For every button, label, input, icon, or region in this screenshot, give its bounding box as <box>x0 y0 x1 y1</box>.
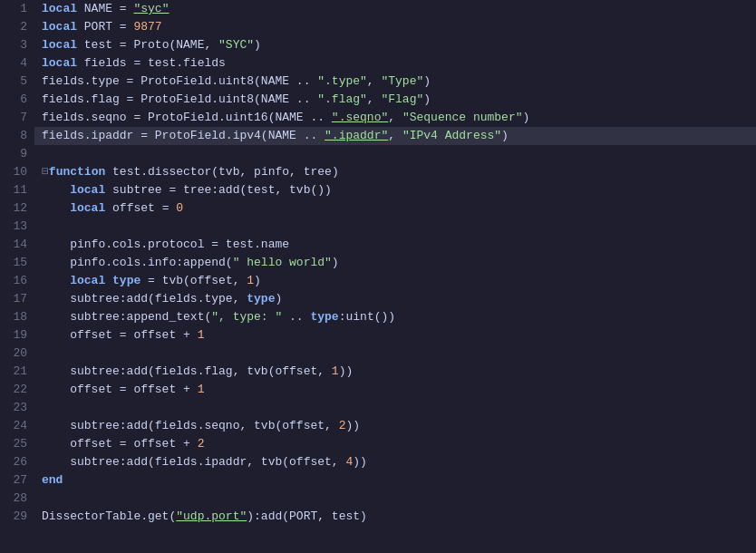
token-str: "SYC" <box>218 38 254 52</box>
token-num: 9877 <box>133 20 161 34</box>
line-number: 24 <box>0 417 27 435</box>
token-kw: local <box>70 274 105 287</box>
line-number: 4 <box>0 54 27 73</box>
token-var: ) <box>523 111 530 124</box>
line-number: 26 <box>0 453 27 471</box>
token-type-kw: type <box>112 274 141 287</box>
token-kw: function <box>49 165 105 179</box>
token-num: 1 <box>198 383 205 396</box>
token-var: subtree:add(fields.type, <box>42 292 247 306</box>
line-number: 14 <box>0 236 27 254</box>
line-number: 2 <box>0 18 27 36</box>
code-line <box>34 218 756 236</box>
code-line: offset = offset + 1 <box>34 381 756 399</box>
token-var: ) <box>254 38 261 52</box>
token-var: pinfo.cols.protocol = test.name <box>42 238 289 251</box>
line-number: 7 <box>0 109 27 127</box>
token-var: , <box>388 111 402 124</box>
line-number: 19 <box>0 326 27 344</box>
token-var: ) <box>332 256 339 269</box>
token-var: NAME = <box>77 2 133 15</box>
code-line: local PORT = 9877 <box>34 18 756 36</box>
token-var: , <box>388 129 402 142</box>
token-kw: local <box>70 183 105 197</box>
token-var: )) <box>353 455 367 469</box>
token-var: ) <box>423 92 431 106</box>
line-number: 21 <box>0 363 27 381</box>
code-line: local subtree = tree:add(test, tvb()) <box>34 181 756 199</box>
code-line: pinfo.cols.info:append(" hello world") <box>34 254 756 272</box>
line-number: 17 <box>0 290 27 308</box>
line-number: 9 <box>0 145 27 163</box>
line-number: 8 <box>0 127 27 145</box>
token-kw: local <box>42 20 77 34</box>
code-line <box>34 490 756 508</box>
line-number: 18 <box>0 308 27 326</box>
token-var: .. <box>282 310 310 324</box>
token-num: 1 <box>198 328 205 342</box>
token-type-kw: type <box>247 292 275 306</box>
token-var: offset = offset + <box>42 383 198 396</box>
token-var <box>42 183 70 197</box>
token-var: ) <box>501 129 509 142</box>
token-num: 0 <box>176 201 183 215</box>
token-str: " hello world" <box>233 256 332 269</box>
code-line: fields.flag = ProtoField.uint8(NAME .. "… <box>34 91 756 109</box>
code-content[interactable]: local NAME = "syc"local PORT = 9877local… <box>34 0 756 553</box>
token-num: 2 <box>198 437 205 451</box>
token-str: "Sequence number" <box>402 111 523 124</box>
token-var: fields.ipaddr = ProtoField.ipv4(NAME .. <box>42 129 325 142</box>
token-str: ".flag" <box>317 92 367 106</box>
token-var: fields.flag = ProtoField.uint8(NAME .. <box>42 92 317 106</box>
code-line <box>34 145 756 163</box>
token-kw: local <box>42 38 77 52</box>
token-var: :uint()) <box>339 310 395 324</box>
code-line: subtree:add(fields.ipaddr, tvb(offset, 4… <box>34 453 756 471</box>
line-number: 28 <box>0 490 27 508</box>
token-var: ) <box>423 74 431 88</box>
token-str-underline: "syc" <box>133 2 169 15</box>
token-num: 1 <box>332 364 339 378</box>
code-line <box>34 399 756 417</box>
line-number: 22 <box>0 381 27 399</box>
line-number: 16 <box>0 272 27 290</box>
line-number: 25 <box>0 435 27 453</box>
line-number: 27 <box>0 471 27 490</box>
token-kw: local <box>70 201 105 215</box>
line-number: 5 <box>0 73 27 91</box>
line-number: 15 <box>0 254 27 272</box>
token-str: "Type" <box>381 74 423 88</box>
token-var: = tvb(offset, <box>141 274 247 287</box>
token-var: pinfo.cols.info:append( <box>42 256 233 269</box>
code-line: subtree:append_text(", type: " .. type:u… <box>34 308 756 326</box>
token-var: offset = offset + <box>42 328 198 342</box>
token-str-underline: "udp.port" <box>176 509 247 523</box>
code-line: fields.seqno = ProtoField.uint16(NAME ..… <box>34 109 756 127</box>
token-str: ", type: " <box>211 310 282 324</box>
code-line: local type = tvb(offset, 1) <box>34 272 756 290</box>
token-var: ) <box>275 292 282 306</box>
code-line: local offset = 0 <box>34 199 756 218</box>
line-number: 23 <box>0 399 27 417</box>
token-var <box>42 274 70 287</box>
token-var: ):add(PORT, test) <box>247 509 367 523</box>
fold-marker[interactable]: ⊟ <box>42 165 49 179</box>
line-number: 11 <box>0 181 27 199</box>
token-kw: local <box>42 56 77 70</box>
code-line: end <box>34 471 756 490</box>
line-number: 20 <box>0 344 27 363</box>
token-str: ".type" <box>317 74 367 88</box>
code-line: fields.type = ProtoField.uint8(NAME .. "… <box>34 73 756 91</box>
code-line: pinfo.cols.protocol = test.name <box>34 236 756 254</box>
token-kw: local <box>42 2 77 15</box>
token-str: "IPv4 Address" <box>402 129 501 142</box>
token-var: , <box>367 74 382 88</box>
token-num: 1 <box>247 274 254 287</box>
token-var: test = Proto(NAME, <box>77 38 218 52</box>
token-str-underline: ".ipaddr" <box>325 129 388 142</box>
line-number: 3 <box>0 36 27 54</box>
token-var: )) <box>345 419 360 432</box>
code-line: local test = Proto(NAME, "SYC") <box>34 36 756 54</box>
token-var: fields.seqno = ProtoField.uint16(NAME .. <box>42 111 332 124</box>
token-var <box>42 201 70 215</box>
